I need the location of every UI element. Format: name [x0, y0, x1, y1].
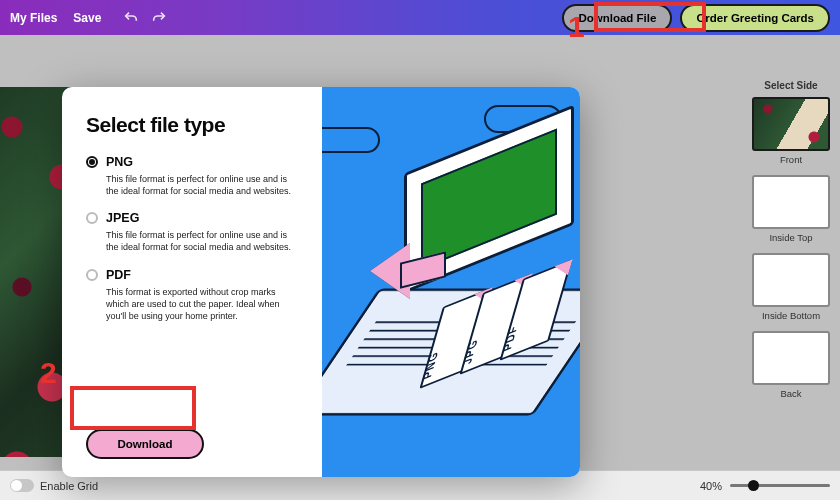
- download-file-button[interactable]: Download File: [562, 4, 672, 32]
- select-file-type-modal: Select file type PNG This file format is…: [62, 87, 580, 477]
- option-label-jpeg: JPEG: [106, 211, 139, 225]
- radio-jpeg[interactable]: [86, 212, 98, 224]
- zoom-value: 40%: [700, 480, 722, 492]
- side-thumb-inside-top[interactable]: [752, 175, 830, 229]
- order-greeting-cards-button[interactable]: Order Greeting Cards: [680, 4, 830, 32]
- side-thumb-front[interactable]: [752, 97, 830, 151]
- option-desc-png: This file format is perfect for online u…: [86, 173, 296, 197]
- side-thumb-back[interactable]: [752, 331, 830, 385]
- option-label-png: PNG: [106, 155, 133, 169]
- undo-icon[interactable]: [123, 10, 139, 26]
- side-thumb-inside-bottom[interactable]: [752, 253, 830, 307]
- select-side-panel: Select Side Front Inside Top Inside Bott…: [748, 80, 834, 409]
- enable-grid-label: Enable Grid: [40, 480, 98, 492]
- download-button[interactable]: Download: [86, 429, 204, 459]
- select-side-title: Select Side: [764, 80, 817, 91]
- enable-grid-toggle[interactable]: [10, 479, 34, 492]
- filetype-option-png[interactable]: PNG This file format is perfect for onli…: [86, 155, 300, 197]
- modal-illustration: PNG JPG PDF: [322, 87, 580, 477]
- filetype-option-jpeg[interactable]: JPEG This file format is perfect for onl…: [86, 211, 300, 253]
- side-label-inside-bottom: Inside Bottom: [762, 310, 820, 321]
- save-link[interactable]: Save: [73, 11, 101, 25]
- radio-pdf[interactable]: [86, 269, 98, 281]
- side-label-back: Back: [780, 388, 801, 399]
- modal-title: Select file type: [86, 113, 300, 137]
- radio-png[interactable]: [86, 156, 98, 168]
- side-label-front: Front: [780, 154, 802, 165]
- side-label-inside-top: Inside Top: [769, 232, 812, 243]
- option-label-pdf: PDF: [106, 268, 131, 282]
- editor-workspace: Select Side Front Inside Top Inside Bott…: [0, 35, 840, 470]
- filetype-option-pdf[interactable]: PDF This format is exported without crop…: [86, 268, 300, 322]
- redo-icon[interactable]: [151, 10, 167, 26]
- option-desc-jpeg: This file format is perfect for online u…: [86, 229, 296, 253]
- option-desc-pdf: This format is exported without crop mar…: [86, 286, 296, 322]
- top-toolbar: My Files Save Download File Order Greeti…: [0, 0, 840, 35]
- zoom-slider[interactable]: [730, 484, 830, 487]
- my-files-link[interactable]: My Files: [10, 11, 57, 25]
